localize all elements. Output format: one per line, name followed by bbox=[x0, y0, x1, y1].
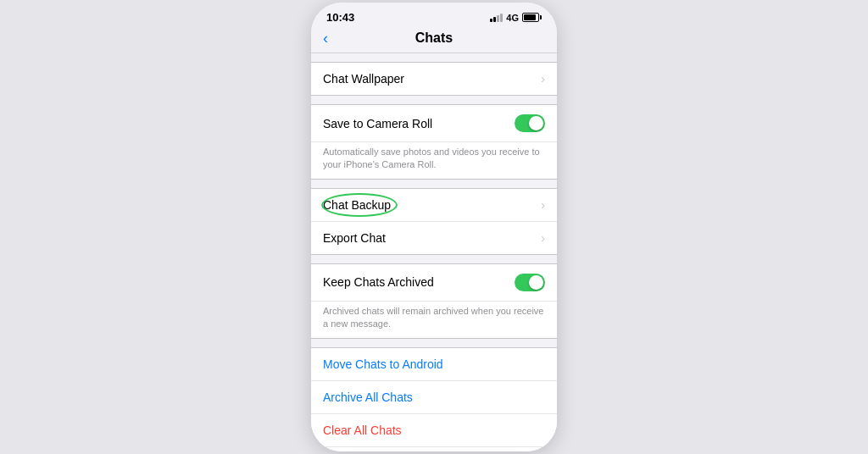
network-label: 4G bbox=[506, 13, 519, 23]
toggle-knob-2 bbox=[529, 275, 543, 290]
content-area: Chat Wallpaper › Save to Camera Roll Aut… bbox=[311, 53, 557, 451]
keep-archived-item[interactable]: Keep Chats Archived bbox=[311, 264, 557, 302]
section-gap-5 bbox=[311, 339, 557, 347]
keep-archived-toggle[interactable] bbox=[515, 274, 545, 291]
status-bar: 10:43 4G bbox=[311, 3, 557, 27]
section-gap-4 bbox=[311, 255, 557, 263]
keep-archived-label: Keep Chats Archived bbox=[323, 275, 434, 289]
page-title: Chats bbox=[415, 30, 453, 46]
back-chevron-icon: ‹ bbox=[323, 30, 328, 46]
export-chat-item[interactable]: Export Chat › bbox=[311, 222, 557, 254]
delete-all-chats-item[interactable]: Delete All Chats bbox=[311, 447, 557, 451]
nav-bar: ‹ Chats bbox=[311, 27, 557, 53]
chevron-right-icon-backup: › bbox=[541, 198, 545, 212]
chat-backup-item[interactable]: Chat Backup › bbox=[311, 189, 557, 222]
clear-all-chats-label: Clear All Chats bbox=[323, 424, 402, 437]
export-chat-label: Export Chat bbox=[323, 231, 386, 245]
backup-export-section: Chat Backup › Export Chat › bbox=[311, 188, 557, 255]
move-chats-android-label: Move Chats to Android bbox=[323, 357, 443, 371]
chevron-right-icon: › bbox=[541, 72, 545, 86]
archive-all-chats-label: Archive All Chats bbox=[323, 390, 413, 404]
chat-wallpaper-section: Chat Wallpaper › bbox=[311, 62, 557, 96]
keep-archived-description: Archived chats will remain archived when… bbox=[311, 302, 557, 338]
save-camera-roll-description: Automatically save photos and videos you… bbox=[311, 142, 557, 179]
section-gap-3 bbox=[311, 180, 557, 188]
signal-bars-icon bbox=[490, 14, 503, 22]
action-items-section: Move Chats to Android Archive All Chats … bbox=[311, 347, 557, 451]
archive-all-chats-item[interactable]: Archive All Chats bbox=[311, 381, 557, 414]
clear-all-chats-item[interactable]: Clear All Chats bbox=[311, 414, 557, 447]
section-gap-1 bbox=[311, 53, 557, 62]
status-icons: 4G bbox=[490, 13, 542, 23]
back-button[interactable]: ‹ bbox=[323, 30, 328, 46]
move-chats-android-item[interactable]: Move Chats to Android bbox=[311, 348, 557, 381]
keep-archived-section: Keep Chats Archived Archived chats will … bbox=[311, 263, 557, 339]
toggle-knob bbox=[529, 116, 543, 130]
save-camera-roll-section: Save to Camera Roll Automatically save p… bbox=[311, 104, 557, 180]
chat-backup-label: Chat Backup bbox=[323, 198, 391, 212]
battery-icon bbox=[522, 13, 542, 22]
section-gap-2 bbox=[311, 96, 557, 104]
save-camera-roll-toggle[interactable] bbox=[515, 114, 545, 132]
phone-frame: 10:43 4G ‹ Chats bbox=[311, 3, 557, 451]
chevron-right-icon-export: › bbox=[541, 231, 545, 245]
status-time: 10:43 bbox=[326, 11, 354, 24]
save-camera-roll-label: Save to Camera Roll bbox=[323, 117, 432, 130]
chat-wallpaper-label: Chat Wallpaper bbox=[323, 72, 404, 86]
chat-wallpaper-item[interactable]: Chat Wallpaper › bbox=[311, 63, 557, 95]
save-camera-roll-item[interactable]: Save to Camera Roll bbox=[311, 105, 557, 142]
